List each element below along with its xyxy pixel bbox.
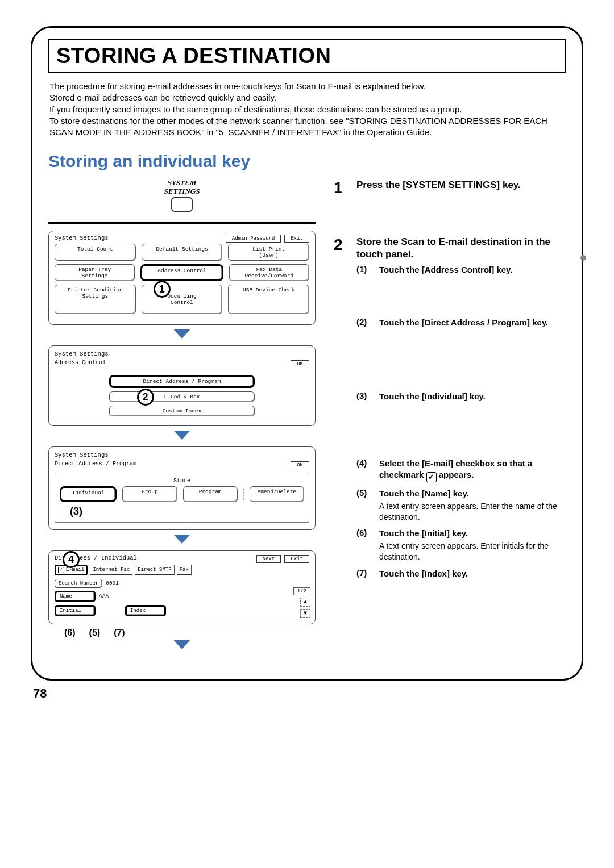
btn-index[interactable]: Index bbox=[125, 605, 166, 616]
btn-document-filing[interactable]: Docu ling Control 1 bbox=[142, 285, 223, 314]
step-1-number: 1 bbox=[334, 179, 349, 197]
tab-direct-smtp[interactable]: Direct SMTP bbox=[135, 565, 174, 575]
panel3-ok[interactable]: OK bbox=[291, 461, 309, 469]
section-title: Storing an individual key bbox=[48, 152, 566, 171]
substep-6-desc: A text entry screen appears. Enter initi… bbox=[379, 541, 566, 562]
callout-3-under: (3) bbox=[60, 506, 304, 518]
btn-fcode-memory-box[interactable]: F-Cod y Box 2 bbox=[109, 391, 255, 402]
step-2-number: 2 bbox=[334, 236, 349, 585]
btn-fax-data[interactable]: Fax Data Receive/Forward bbox=[229, 264, 309, 281]
substep-6-text: Touch the [Initial] key. bbox=[379, 528, 566, 539]
btn-search-number[interactable]: Search Number bbox=[55, 579, 102, 588]
page-indicator: 1/2 bbox=[293, 587, 310, 595]
panel4-header: Dir ddress / Individual 4 bbox=[55, 554, 137, 561]
down-arrow-icon bbox=[48, 639, 316, 653]
hardware-key-illustration: SYSTEM SETTINGS bbox=[131, 179, 233, 212]
step-1: 1 Press the [SYSTEM SETTINGS] key. bbox=[334, 179, 566, 197]
val-search-number: 0001 bbox=[106, 580, 119, 586]
substep-3-text: Touch the [Individual] key. bbox=[379, 391, 566, 402]
page-edge-dot bbox=[580, 255, 586, 261]
hardware-key-shape bbox=[171, 197, 193, 212]
svg-marker-1 bbox=[174, 431, 190, 440]
tab-fax[interactable]: Fax bbox=[177, 565, 192, 575]
substep-4-lbl: (4) bbox=[356, 458, 375, 482]
substep-7-text: Touch the [Index] key. bbox=[379, 568, 566, 579]
panel4-next[interactable]: Next bbox=[256, 555, 281, 563]
right-column: 1 Press the [SYSTEM SETTINGS] key. 2 Sto… bbox=[329, 179, 566, 656]
step-1-head: Press the [SYSTEM SETTINGS] key. bbox=[356, 179, 566, 191]
panel2-header: System Settings bbox=[55, 350, 309, 357]
tab-internet-fax[interactable]: Internet Fax bbox=[90, 565, 132, 575]
svg-marker-2 bbox=[174, 535, 190, 544]
btn-address-control[interactable]: Address Control bbox=[140, 264, 223, 281]
hw-label-top: SYSTEM bbox=[168, 178, 197, 187]
btn-individual[interactable]: Individual bbox=[60, 486, 117, 502]
substep-7: (7) Touch the [Index] key. bbox=[356, 568, 566, 579]
btn-total-count[interactable]: Total Count bbox=[55, 244, 136, 261]
page-number: 78 bbox=[33, 686, 583, 701]
page-title-box: STORING A DESTINATION bbox=[48, 39, 566, 73]
substep-5-text: Touch the [Name] key. bbox=[379, 488, 566, 499]
panel-individual: Dir ddress / Individual 4 Next Exit ✓ E-… bbox=[48, 550, 316, 624]
panel4-exit[interactable]: Exit bbox=[284, 555, 309, 563]
substep-4-text: Select the [E-mail] checkbox so that a c… bbox=[379, 458, 566, 482]
btn-amend-delete[interactable]: Amend/Delete bbox=[250, 486, 304, 502]
page-title: STORING A DESTINATION bbox=[56, 44, 558, 68]
panel3-sub: Direct Address / Program bbox=[55, 461, 136, 467]
substep-2: (2) Touch the [Direct Address / Program]… bbox=[356, 317, 566, 328]
checkmark-icon: ✓ bbox=[426, 472, 437, 482]
down-arrow-icon bbox=[48, 533, 316, 547]
btn-document-filing-label: Docu ling Control bbox=[167, 293, 196, 306]
substep-3-lbl: (3) bbox=[356, 391, 375, 402]
substep-2-lbl: (2) bbox=[356, 317, 375, 328]
btn-fcode-label: F-Cod y Box bbox=[164, 394, 200, 400]
btn-paper-tray[interactable]: Paper Tray Settings bbox=[55, 264, 135, 281]
substep-1-text: Touch the [Address Control] key. bbox=[379, 264, 566, 276]
substep-5-lbl: (5) bbox=[356, 488, 375, 522]
down-arrow-icon bbox=[48, 328, 316, 342]
under-7: (7) bbox=[114, 628, 125, 638]
scroll-up-icon[interactable]: ▲ bbox=[300, 598, 310, 607]
substep-7-lbl: (7) bbox=[356, 568, 375, 579]
under-markers: (6) (5) (7) bbox=[48, 628, 316, 638]
scroll-down-icon[interactable]: ▼ bbox=[300, 609, 310, 618]
btn-name[interactable]: Name bbox=[55, 591, 96, 602]
intro-paragraph: The procedure for storing e-mail address… bbox=[48, 81, 566, 146]
val-name: AAA bbox=[99, 593, 109, 599]
panel3-header: System Settings bbox=[55, 452, 309, 458]
substep-2-text: Touch the [Direct Address / Program] key… bbox=[379, 317, 566, 328]
callout-2: 2 bbox=[137, 389, 154, 406]
substep-5: (5) Touch the [Name] key. A text entry s… bbox=[356, 488, 566, 522]
callout-4: 4 bbox=[63, 551, 80, 568]
panel-system-settings-main: System Settings Admin Password Exit Tota… bbox=[48, 231, 316, 325]
btn-group[interactable]: Group bbox=[122, 486, 177, 502]
btn-direct-address-program[interactable]: Direct Address / Program bbox=[109, 375, 255, 388]
panel1-header: System Settings bbox=[55, 235, 109, 241]
panel1-admin-password[interactable]: Admin Password bbox=[226, 235, 281, 243]
under-5: (5) bbox=[89, 628, 101, 638]
substep-1: (1) Touch the [Address Control] key. bbox=[356, 264, 566, 276]
callout-1: 1 bbox=[154, 281, 171, 298]
panel2-sub: Address Control bbox=[55, 360, 106, 366]
btn-list-print[interactable]: List Print (User) bbox=[228, 244, 309, 261]
substep-3: (3) Touch the [Individual] key. bbox=[356, 391, 566, 402]
step-2-head: Store the Scan to E-mail destination in … bbox=[356, 236, 566, 261]
substep-5-desc: A text entry screen appears. Enter the n… bbox=[379, 501, 566, 523]
under-6: (6) bbox=[64, 628, 76, 638]
btn-program[interactable]: Program bbox=[183, 486, 238, 502]
btn-usb-device-check[interactable]: USB-Device Check bbox=[228, 285, 309, 314]
step-2: 2 Store the Scan to E-mail destination i… bbox=[334, 236, 566, 585]
hw-label-bottom: SETTINGS bbox=[164, 187, 200, 195]
btn-initial[interactable]: Initial bbox=[55, 605, 96, 616]
separator-line bbox=[48, 222, 316, 224]
btn-custom-index[interactable]: Custom Index bbox=[109, 406, 255, 416]
panel1-exit[interactable]: Exit bbox=[284, 235, 309, 243]
btn-default-settings[interactable]: Default Settings bbox=[142, 244, 223, 261]
panel2-ok[interactable]: OK bbox=[291, 360, 309, 368]
svg-marker-3 bbox=[174, 640, 190, 649]
btn-printer-condition[interactable]: Printer Condition Settings bbox=[55, 285, 136, 314]
panel-address-control: System Settings Address Control OK Direc… bbox=[48, 345, 316, 426]
tab-email-label: E-mail bbox=[66, 567, 84, 573]
substep-6: (6) Touch the [Initial] key. A text entr… bbox=[356, 528, 566, 562]
panel-direct-address-program: System Settings Direct Address / Program… bbox=[48, 446, 316, 530]
